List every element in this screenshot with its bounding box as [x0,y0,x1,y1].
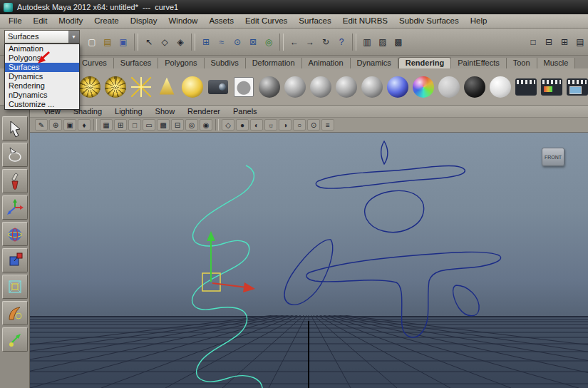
shelf-item-render-slate[interactable] [539,73,564,101]
camera-bookmarks-button[interactable]: ♦ [78,119,91,131]
shelf-item-render-settings[interactable] [513,73,539,101]
shelf-item-render-view[interactable] [564,73,588,101]
scale-tool-button[interactable] [2,248,28,272]
panel-menu-renderer[interactable]: Renderer [181,107,227,116]
shelf-tab-animation[interactable]: Animation [302,58,351,68]
use-all-lights-button[interactable]: ☼ [264,119,277,131]
curve-left-teardrop[interactable] [284,240,333,305]
select-by-component-button[interactable]: ◈ [173,35,187,49]
help-line-button[interactable]: ? [334,35,349,49]
gate-mask-button[interactable]: ▩ [157,119,170,131]
snap-to-curve-button[interactable]: ≈ [215,35,229,49]
shelf-item-ramp-shader[interactable] [411,73,436,101]
menu-set-option-rendering[interactable]: Rendering [5,81,79,91]
shelf-item-point-light[interactable] [128,73,154,101]
open-scene-button[interactable]: ▤ [100,35,115,49]
shelf-item-phong[interactable] [334,73,359,101]
render-settings-button[interactable]: ▩ [391,35,406,49]
shelf-item-directional-light[interactable] [103,73,128,101]
shelf-item-spot-light[interactable] [154,73,180,101]
menu-set-option-polygons[interactable]: Polygons [5,53,79,63]
camera-attributes-button[interactable]: ▣ [63,119,76,131]
manipulator-x-arrowhead[interactable] [243,282,255,292]
input-connections-button[interactable]: ← [287,35,301,49]
output-connections-button[interactable]: → [303,35,317,49]
menu-display[interactable]: Display [125,14,163,28]
multilister-button[interactable]: ≡ [321,119,334,131]
panel-menu-lighting[interactable]: Lighting [108,107,149,116]
shelf-item-shaded-ball[interactable] [488,73,513,101]
shelf-item-ambient-light[interactable] [77,73,103,101]
new-scene-button[interactable]: ▢ [85,35,99,49]
shelf-tab-surfaces[interactable]: Surfaces [114,58,158,68]
move-tool-button[interactable] [2,195,28,220]
shelf-tab-toon[interactable]: Toon [507,58,537,68]
menu-file[interactable]: File [3,14,28,28]
paint-selection-tool-button[interactable] [2,169,28,193]
rotate-tool-button[interactable] [2,222,28,246]
show-manipulator-tool-button[interactable] [2,327,28,352]
nurbs-curve-character[interactable] [284,141,501,337]
shadows-button[interactable]: ◑ [279,119,292,131]
shelf-item-lambert[interactable] [308,73,334,101]
curve-top-tick[interactable] [381,141,388,164]
snap-to-point-button[interactable]: ⊙ [230,35,244,49]
shelf-item-anisotropic[interactable] [257,73,282,101]
select-by-hierarchy-button[interactable]: ↖ [142,35,156,49]
shelf-tab-painteffects[interactable]: PaintEffects [451,58,507,68]
menu-set-option-ndynamics[interactable]: nDynamics [5,91,79,100]
select-by-object-button[interactable]: ◇ [158,35,172,49]
shelf-item-surface-shader[interactable] [436,73,462,101]
shelf-tab-subdivs[interactable]: Subdivs [205,58,246,68]
shelf-tab-deformation[interactable]: Deformation [246,58,302,68]
curve-mouth-oval[interactable] [365,190,424,232]
shelf-item-use-background[interactable] [462,73,488,101]
shelf-tab-rendering[interactable]: Rendering [398,57,451,68]
shelf-tab-polygons[interactable]: Polygons [158,58,204,68]
menu-modify[interactable]: Modify [53,14,88,28]
shelf-tab-muscle[interactable]: Muscle [537,58,576,68]
panel-menu-panels[interactable]: Panels [227,107,264,116]
construction-history-button[interactable]: ↻ [319,35,333,49]
panel-menu-show[interactable]: Show [149,107,182,116]
menu-create[interactable]: Create [88,14,125,28]
shelf-item-camera-projector[interactable] [205,73,231,101]
wireframe-mode-button[interactable]: ◇ [222,119,234,131]
menu-set-option-animation[interactable]: Animation [5,44,79,53]
soft-modification-tool-button[interactable] [2,301,28,325]
menu-set-option-dynamics[interactable]: Dynamics [5,72,79,81]
snap-to-plane-button[interactable]: ⊠ [246,35,260,49]
snap-to-grid-button[interactable]: ⊞ [199,35,213,49]
menu-set-combo[interactable]: Surfaces ▼ [4,30,80,44]
layout-four-pane-button[interactable]: ⊞ [557,35,572,49]
grease-pencil-button[interactable]: ✎ [35,119,48,131]
render-current-frame-button[interactable]: ▥ [360,35,374,49]
menu-assets[interactable]: Assets [203,14,239,28]
xray-button[interactable]: ○ [293,119,306,131]
select-tool-button[interactable] [2,116,28,141]
shelf-item-env-ball[interactable] [231,73,257,101]
lasso-tool-button[interactable] [2,143,28,167]
smooth-shade-button[interactable]: ● [236,119,249,131]
shelf-item-volume-light[interactable] [180,73,205,101]
isolate-select-button[interactable]: ⊙ [307,119,320,131]
shelf-item-ocean-shader[interactable] [385,73,411,101]
shelf-item-phong-e[interactable] [359,73,385,101]
menu-help[interactable]: Help [465,14,493,28]
select-camera-button[interactable]: ⊕ [49,119,62,131]
safe-action-button[interactable]: ◎ [185,119,198,131]
curve-right-dot[interactable] [453,285,480,316]
shelf-tab-curves[interactable]: Curves [76,58,114,68]
curve-top-stroke[interactable] [316,166,465,189]
universal-manipulator-button[interactable] [2,275,28,299]
image-plane-button[interactable]: ▦ [100,119,113,131]
menu-edit-curves[interactable]: Edit Curves [239,14,293,28]
viewport[interactable]: FRONT [30,133,588,388]
menu-window[interactable]: Window [163,14,203,28]
menu-set-option-customize[interactable]: Customize ... [5,100,79,109]
field-chart-button[interactable]: ⊟ [171,119,184,131]
menu-subdiv-surfaces[interactable]: Subdiv Surfaces [393,14,465,28]
film-gate-button[interactable]: □ [128,119,141,131]
ipr-render-button[interactable]: ▨ [376,35,390,49]
move-manipulator[interactable] [202,231,255,292]
